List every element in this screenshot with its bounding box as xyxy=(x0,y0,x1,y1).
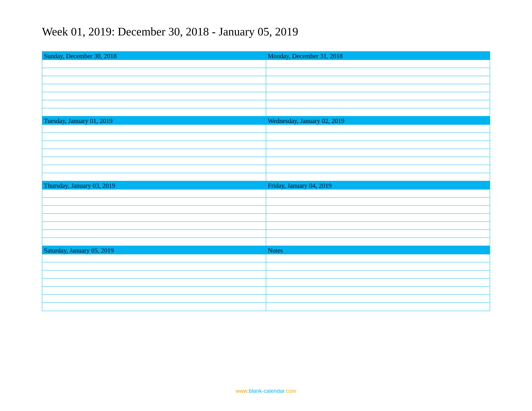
day-line[interactable] xyxy=(42,287,266,295)
day-cell-wednesday: Wednesday, January 02, 2019 xyxy=(266,116,490,181)
day-line[interactable] xyxy=(266,303,490,311)
day-header: Wednesday, January 02, 2019 xyxy=(266,116,490,125)
day-line[interactable] xyxy=(266,76,490,84)
day-line[interactable] xyxy=(42,165,266,173)
day-line[interactable] xyxy=(42,189,266,198)
calendar-row: Sunday, December 30, 2018 Monday, Decemb… xyxy=(42,52,490,116)
day-line[interactable] xyxy=(42,198,266,206)
day-line[interactable] xyxy=(42,68,266,76)
day-cell-friday: Friday, January 04, 2019 xyxy=(266,181,490,246)
day-line[interactable] xyxy=(266,84,490,92)
day-line[interactable] xyxy=(42,76,266,84)
day-cell-notes: Notes xyxy=(266,246,490,311)
day-line[interactable] xyxy=(266,125,490,133)
day-line[interactable] xyxy=(266,149,490,157)
day-line[interactable] xyxy=(42,254,266,262)
calendar-row: Thursday, January 03, 2019 Friday, Janua… xyxy=(42,181,490,246)
day-cell-thursday: Thursday, January 03, 2019 xyxy=(42,181,266,246)
day-line[interactable] xyxy=(42,173,266,181)
day-line[interactable] xyxy=(42,141,266,149)
day-line[interactable] xyxy=(266,100,490,108)
day-lines xyxy=(42,254,266,311)
day-line[interactable] xyxy=(266,198,490,206)
day-lines xyxy=(42,125,266,181)
footer-www: www. xyxy=(236,388,249,394)
day-cell-sunday: Sunday, December 30, 2018 xyxy=(42,52,266,116)
day-line[interactable] xyxy=(266,222,490,230)
day-line[interactable] xyxy=(266,230,490,238)
day-line[interactable] xyxy=(266,189,490,198)
footer-domain: blank-calendar xyxy=(249,388,284,394)
day-line[interactable] xyxy=(266,108,490,116)
day-line[interactable] xyxy=(42,295,266,303)
day-line[interactable] xyxy=(266,165,490,173)
day-cell-tuesday: Tuesday, January 01, 2019 xyxy=(42,116,266,181)
day-line[interactable] xyxy=(42,303,266,311)
day-line[interactable] xyxy=(266,92,490,100)
day-line[interactable] xyxy=(42,214,266,222)
day-header: Saturday, January 05, 2019 xyxy=(42,246,266,254)
day-header: Friday, January 04, 2019 xyxy=(266,181,490,189)
day-line[interactable] xyxy=(266,295,490,303)
day-line[interactable] xyxy=(266,173,490,181)
day-line[interactable] xyxy=(266,214,490,222)
day-header: Thursday, January 03, 2019 xyxy=(42,181,266,189)
day-header: Notes xyxy=(266,246,490,254)
day-cell-saturday: Saturday, January 05, 2019 xyxy=(42,246,266,311)
day-lines xyxy=(266,254,490,311)
day-line[interactable] xyxy=(42,100,266,108)
day-line[interactable] xyxy=(42,108,266,116)
day-header: Tuesday, January 01, 2019 xyxy=(42,116,266,125)
day-line[interactable] xyxy=(266,133,490,141)
page-title: Week 01, 2019: December 30, 2018 - Janua… xyxy=(42,25,490,38)
day-line[interactable] xyxy=(42,92,266,100)
day-line[interactable] xyxy=(266,254,490,262)
day-line[interactable] xyxy=(42,230,266,238)
day-line[interactable] xyxy=(266,279,490,287)
day-line[interactable] xyxy=(266,206,490,214)
day-line[interactable] xyxy=(266,287,490,295)
day-line[interactable] xyxy=(42,84,266,92)
day-line[interactable] xyxy=(266,60,490,68)
day-line[interactable] xyxy=(42,238,266,246)
day-line[interactable] xyxy=(42,279,266,287)
day-lines xyxy=(266,189,490,246)
day-line[interactable] xyxy=(42,133,266,141)
day-lines xyxy=(42,189,266,246)
day-header: Monday, December 31, 2018 xyxy=(266,52,490,60)
day-line[interactable] xyxy=(42,149,266,157)
day-lines xyxy=(42,60,266,116)
day-line[interactable] xyxy=(266,271,490,279)
day-lines xyxy=(266,60,490,116)
day-line[interactable] xyxy=(266,262,490,271)
day-line[interactable] xyxy=(42,157,266,165)
day-cell-monday: Monday, December 31, 2018 xyxy=(266,52,490,116)
calendar-row: Saturday, January 05, 2019 Notes xyxy=(42,246,490,311)
day-lines xyxy=(266,125,490,181)
day-line[interactable] xyxy=(42,271,266,279)
day-line[interactable] xyxy=(42,262,266,271)
footer-link[interactable]: www.blank-calendar.com xyxy=(0,388,532,394)
day-line[interactable] xyxy=(266,157,490,165)
day-header: Sunday, December 30, 2018 xyxy=(42,52,266,60)
day-line[interactable] xyxy=(42,125,266,133)
day-line[interactable] xyxy=(42,206,266,214)
page-container: Week 01, 2019: December 30, 2018 - Janua… xyxy=(0,0,532,311)
day-line[interactable] xyxy=(266,238,490,246)
day-line[interactable] xyxy=(266,141,490,149)
day-line[interactable] xyxy=(266,68,490,76)
calendar-grid: Sunday, December 30, 2018 Monday, Decemb… xyxy=(42,51,490,311)
day-line[interactable] xyxy=(42,222,266,230)
day-line[interactable] xyxy=(42,60,266,68)
footer-com: .com xyxy=(284,388,296,394)
calendar-row: Tuesday, January 01, 2019 Wednesday, Jan… xyxy=(42,116,490,181)
